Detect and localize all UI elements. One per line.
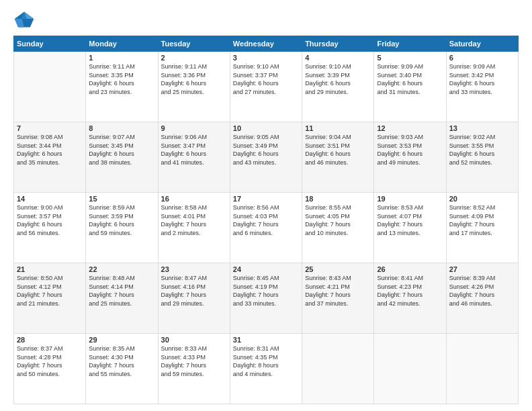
day-number: 15 (89, 195, 154, 203)
calendar-cell: 24Sunrise: 8:45 AM Sunset: 4:19 PM Dayli… (230, 263, 302, 334)
day-info: Sunrise: 8:45 AM Sunset: 4:19 PM Dayligh… (233, 274, 299, 308)
day-number: 8 (89, 124, 154, 132)
day-number: 29 (89, 336, 154, 344)
day-info: Sunrise: 9:03 AM Sunset: 3:53 PM Dayligh… (377, 133, 443, 167)
weekday-header-row: SundayMondayTuesdayWednesdayThursdayFrid… (14, 36, 519, 52)
calendar-cell: 16Sunrise: 8:58 AM Sunset: 4:01 PM Dayli… (158, 193, 230, 263)
calendar-cell: 27Sunrise: 8:39 AM Sunset: 4:26 PM Dayli… (446, 263, 518, 334)
calendar-cell: 5Sunrise: 9:09 AM Sunset: 3:40 PM Daylig… (374, 52, 446, 122)
calendar-cell: 22Sunrise: 8:48 AM Sunset: 4:14 PM Dayli… (86, 263, 158, 334)
calendar-week-row-2: 14Sunrise: 9:00 AM Sunset: 3:57 PM Dayli… (14, 193, 519, 263)
day-info: Sunrise: 8:39 AM Sunset: 4:26 PM Dayligh… (449, 274, 515, 308)
day-number: 11 (305, 124, 371, 132)
calendar-cell: 13Sunrise: 9:02 AM Sunset: 3:55 PM Dayli… (446, 122, 518, 193)
day-info: Sunrise: 8:55 AM Sunset: 4:05 PM Dayligh… (305, 203, 371, 237)
day-number: 17 (233, 195, 299, 203)
day-number: 31 (233, 336, 299, 344)
calendar-cell: 12Sunrise: 9:03 AM Sunset: 3:53 PM Dayli… (374, 122, 446, 193)
calendar-cell: 6Sunrise: 9:09 AM Sunset: 3:42 PM Daylig… (446, 52, 518, 122)
calendar-table: SundayMondayTuesdayWednesdayThursdayFrid… (13, 36, 519, 404)
day-info: Sunrise: 8:35 AM Sunset: 4:30 PM Dayligh… (89, 345, 154, 378)
day-info: Sunrise: 9:10 AM Sunset: 3:39 PM Dayligh… (305, 62, 371, 96)
weekday-header-wednesday: Wednesday (230, 36, 302, 52)
calendar-cell: 8Sunrise: 9:07 AM Sunset: 3:45 PM Daylig… (86, 122, 158, 193)
day-number: 25 (305, 265, 371, 273)
day-info: Sunrise: 8:48 AM Sunset: 4:14 PM Dayligh… (89, 274, 154, 308)
calendar-cell: 11Sunrise: 9:04 AM Sunset: 3:51 PM Dayli… (302, 122, 374, 193)
day-info: Sunrise: 9:08 AM Sunset: 3:44 PM Dayligh… (17, 133, 83, 167)
day-number: 30 (161, 336, 227, 344)
calendar-cell: 26Sunrise: 8:41 AM Sunset: 4:23 PM Dayli… (374, 263, 446, 334)
day-number: 26 (377, 265, 443, 273)
calendar-week-row-4: 28Sunrise: 8:37 AM Sunset: 4:28 PM Dayli… (14, 334, 519, 404)
day-number: 7 (17, 124, 83, 132)
day-info: Sunrise: 8:58 AM Sunset: 4:01 PM Dayligh… (161, 203, 227, 237)
calendar-cell: 21Sunrise: 8:50 AM Sunset: 4:12 PM Dayli… (14, 263, 86, 334)
day-number: 27 (449, 265, 515, 273)
calendar-cell: 23Sunrise: 8:47 AM Sunset: 4:16 PM Dayli… (158, 263, 230, 334)
day-number: 6 (449, 54, 515, 62)
calendar-cell: 9Sunrise: 9:06 AM Sunset: 3:47 PM Daylig… (158, 122, 230, 193)
day-number: 19 (377, 195, 443, 203)
day-info: Sunrise: 8:33 AM Sunset: 4:33 PM Dayligh… (161, 345, 227, 378)
day-number: 3 (233, 54, 299, 62)
day-info: Sunrise: 8:50 AM Sunset: 4:12 PM Dayligh… (17, 274, 83, 308)
calendar-cell (446, 334, 518, 404)
day-number: 9 (161, 124, 227, 132)
day-number: 23 (161, 265, 227, 273)
weekday-header-saturday: Saturday (446, 36, 518, 52)
day-number: 16 (161, 195, 227, 203)
calendar-cell: 17Sunrise: 8:56 AM Sunset: 4:03 PM Dayli… (230, 193, 302, 263)
day-info: Sunrise: 9:09 AM Sunset: 3:42 PM Dayligh… (449, 62, 515, 96)
calendar-cell: 18Sunrise: 8:55 AM Sunset: 4:05 PM Dayli… (302, 193, 374, 263)
day-info: Sunrise: 9:05 AM Sunset: 3:49 PM Dayligh… (233, 133, 299, 167)
calendar-cell: 31Sunrise: 8:31 AM Sunset: 4:35 PM Dayli… (230, 334, 302, 404)
day-info: Sunrise: 9:11 AM Sunset: 3:36 PM Dayligh… (161, 62, 227, 96)
day-info: Sunrise: 9:11 AM Sunset: 3:35 PM Dayligh… (89, 62, 154, 96)
calendar-cell: 28Sunrise: 8:37 AM Sunset: 4:28 PM Dayli… (14, 334, 86, 404)
calendar-cell: 19Sunrise: 8:53 AM Sunset: 4:07 PM Dayli… (374, 193, 446, 263)
day-info: Sunrise: 9:09 AM Sunset: 3:40 PM Dayligh… (377, 62, 443, 96)
day-info: Sunrise: 8:59 AM Sunset: 3:59 PM Dayligh… (89, 203, 154, 237)
header (13, 10, 519, 29)
day-number: 20 (449, 195, 515, 203)
day-info: Sunrise: 8:31 AM Sunset: 4:35 PM Dayligh… (233, 345, 299, 378)
day-info: Sunrise: 8:52 AM Sunset: 4:09 PM Dayligh… (449, 203, 515, 237)
day-number: 14 (17, 195, 83, 203)
day-number: 2 (161, 54, 227, 62)
calendar-week-row-3: 21Sunrise: 8:50 AM Sunset: 4:12 PM Dayli… (14, 263, 519, 334)
weekday-header-monday: Monday (86, 36, 158, 52)
day-info: Sunrise: 9:02 AM Sunset: 3:55 PM Dayligh… (449, 133, 515, 167)
day-info: Sunrise: 8:53 AM Sunset: 4:07 PM Dayligh… (377, 203, 443, 237)
calendar-cell: 7Sunrise: 9:08 AM Sunset: 3:44 PM Daylig… (14, 122, 86, 193)
calendar-cell: 10Sunrise: 9:05 AM Sunset: 3:49 PM Dayli… (230, 122, 302, 193)
logo-icon (13, 10, 35, 29)
day-info: Sunrise: 9:00 AM Sunset: 3:57 PM Dayligh… (17, 203, 83, 237)
day-info: Sunrise: 8:41 AM Sunset: 4:23 PM Dayligh… (377, 274, 443, 308)
calendar-cell (302, 334, 374, 404)
day-info: Sunrise: 9:07 AM Sunset: 3:45 PM Dayligh… (89, 133, 154, 167)
page: SundayMondayTuesdayWednesdayThursdayFrid… (0, 0, 532, 411)
day-info: Sunrise: 8:47 AM Sunset: 4:16 PM Dayligh… (161, 274, 227, 308)
day-number: 28 (17, 336, 83, 344)
day-number: 22 (89, 265, 154, 273)
calendar-cell: 14Sunrise: 9:00 AM Sunset: 3:57 PM Dayli… (14, 193, 86, 263)
day-info: Sunrise: 8:43 AM Sunset: 4:21 PM Dayligh… (305, 274, 371, 308)
calendar-week-row-0: 1Sunrise: 9:11 AM Sunset: 3:35 PM Daylig… (14, 52, 519, 122)
day-number: 21 (17, 265, 83, 273)
calendar-cell: 2Sunrise: 9:11 AM Sunset: 3:36 PM Daylig… (158, 52, 230, 122)
calendar-cell: 25Sunrise: 8:43 AM Sunset: 4:21 PM Dayli… (302, 263, 374, 334)
calendar-cell: 15Sunrise: 8:59 AM Sunset: 3:59 PM Dayli… (86, 193, 158, 263)
calendar-cell: 3Sunrise: 9:10 AM Sunset: 3:37 PM Daylig… (230, 52, 302, 122)
weekday-header-friday: Friday (374, 36, 446, 52)
calendar-cell (14, 52, 86, 122)
weekday-header-thursday: Thursday (302, 36, 374, 52)
day-number: 1 (89, 54, 154, 62)
day-info: Sunrise: 9:10 AM Sunset: 3:37 PM Dayligh… (233, 62, 299, 96)
weekday-header-sunday: Sunday (14, 36, 86, 52)
calendar-week-row-1: 7Sunrise: 9:08 AM Sunset: 3:44 PM Daylig… (14, 122, 519, 193)
calendar-cell: 20Sunrise: 8:52 AM Sunset: 4:09 PM Dayli… (446, 193, 518, 263)
weekday-header-tuesday: Tuesday (158, 36, 230, 52)
day-info: Sunrise: 9:06 AM Sunset: 3:47 PM Dayligh… (161, 133, 227, 167)
day-number: 24 (233, 265, 299, 273)
